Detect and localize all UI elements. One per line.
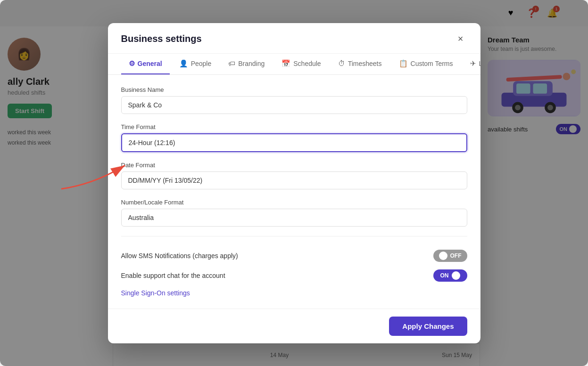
tab-leave-label: Leave [479, 60, 480, 67]
schedule-tab-icon: 📅 [282, 59, 290, 68]
modal-footer: Apply Changes [108, 309, 480, 343]
custom-terms-tab-icon: 📋 [399, 59, 408, 68]
tab-schedule-label: Schedule [293, 60, 321, 67]
tab-general[interactable]: ⚙ General [121, 54, 170, 74]
tab-people[interactable]: 👤 People [172, 54, 219, 74]
tab-custom-terms-label: Custom Terms [411, 60, 453, 67]
modal-header: Business settings × [108, 23, 480, 54]
people-tab-icon: 👤 [179, 59, 188, 68]
sms-toggle-row: Allow SMS Notifications (charges apply) … [121, 246, 467, 266]
support-toggle-knob [452, 271, 460, 280]
timesheets-tab-icon: ⏱ [338, 59, 345, 67]
general-tab-icon: ⚙ [129, 59, 135, 68]
tab-timesheets-label: Timesheets [348, 60, 382, 67]
sso-link[interactable]: Single Sign-On settings [121, 289, 190, 297]
business-name-label: Business Name [121, 86, 467, 93]
business-settings-modal: Business settings × ⚙ General 👤 People 🏷… [108, 23, 480, 343]
date-format-group: Date Format [121, 162, 467, 189]
date-format-label: Date Format [121, 162, 467, 169]
modal-title: Business settings [121, 33, 202, 44]
modal-close-button[interactable]: × [454, 33, 467, 46]
tab-leave[interactable]: ✈ Leave [463, 54, 480, 74]
time-format-label: Time Format [121, 123, 467, 130]
support-toggle-label: Enable support chat for the account [121, 272, 225, 279]
time-format-input[interactable] [121, 133, 467, 152]
tab-general-label: General [138, 60, 162, 67]
support-toggle-switch[interactable]: ON [433, 269, 467, 282]
leave-tab-icon: ✈ [470, 59, 476, 68]
number-locale-input[interactable] [121, 209, 467, 227]
date-format-input[interactable] [121, 171, 467, 189]
section-divider [121, 236, 467, 236]
sms-toggle-switch[interactable]: OFF [433, 250, 467, 262]
modal-overlay[interactable]: Business settings × ⚙ General 👤 People 🏷… [0, 0, 588, 366]
modal-body: Business Name Time Format Date Format Nu… [108, 75, 480, 309]
tab-branding[interactable]: 🏷 Branding [221, 54, 272, 74]
time-format-group: Time Format [121, 123, 467, 152]
branding-tab-icon: 🏷 [228, 59, 235, 67]
tab-branding-label: Branding [238, 60, 265, 67]
tab-schedule[interactable]: 📅 Schedule [274, 54, 328, 74]
support-toggle-row: Enable support chat for the account ON [121, 266, 467, 285]
business-name-group: Business Name [121, 86, 467, 114]
tab-custom-terms[interactable]: 📋 Custom Terms [391, 54, 461, 74]
sms-toggle-label: Allow SMS Notifications (charges apply) [121, 252, 238, 260]
modal-tabs: ⚙ General 👤 People 🏷 Branding 📅 Schedule… [108, 54, 480, 75]
tab-timesheets[interactable]: ⏱ Timesheets [331, 54, 389, 74]
number-locale-label: Number/Locale Format [121, 199, 467, 206]
number-locale-group: Number/Locale Format [121, 199, 467, 227]
tab-people-label: People [191, 60, 212, 67]
sms-toggle-state: OFF [450, 252, 462, 259]
sms-toggle-knob [439, 252, 447, 260]
apply-changes-button[interactable]: Apply Changes [389, 317, 467, 336]
business-name-input[interactable] [121, 96, 467, 114]
support-toggle-state: ON [440, 272, 449, 279]
